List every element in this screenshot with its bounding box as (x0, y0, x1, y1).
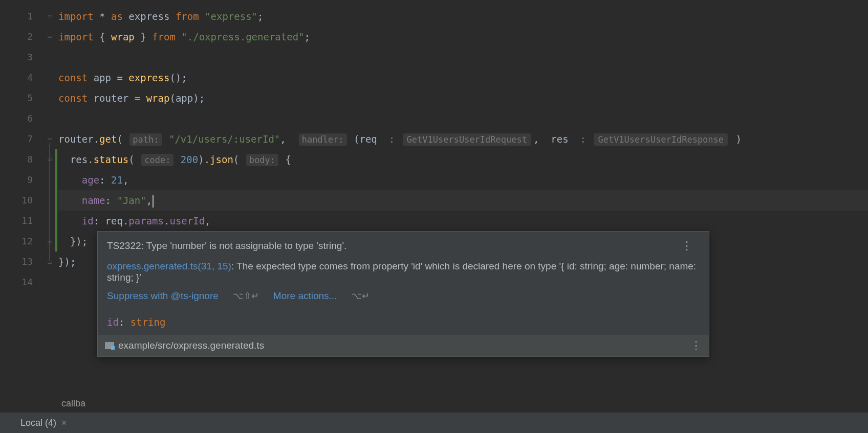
line-number: 7 (0, 129, 33, 149)
breadcrumb[interactable]: callba (0, 394, 85, 413)
inlay-type: GetV1UsersUserIdRequest (403, 133, 531, 146)
bottom-tab-bar: Local (4) × (0, 413, 868, 433)
code-editor[interactable]: 1 2 3 4 5 6 7 8 9 10 11 12 13 14 ▭ ▭ ▭ ▭… (0, 0, 868, 433)
line-number: 14 (0, 272, 33, 292)
file-path: example/src/oxpress.generated.ts (118, 340, 264, 351)
shortcut-hint: ⌥↵ (351, 290, 370, 302)
line-number: 9 (0, 170, 33, 190)
suppress-action[interactable]: Suppress with @ts-ignore (107, 290, 219, 302)
error-source: oxpress.generated.ts(31, 15): The expect… (107, 261, 700, 283)
line-number: 10 (0, 190, 33, 211)
code-content[interactable]: import * as express from "express"; impo… (45, 0, 868, 433)
line-number: 4 (0, 67, 33, 88)
line-number: 8 (0, 149, 33, 170)
line-gutter: 1 2 3 4 5 6 7 8 9 10 11 12 13 14 (0, 0, 45, 433)
more-icon[interactable]: ⋮ (681, 240, 692, 252)
more-actions[interactable]: More actions... (273, 290, 337, 302)
code-line[interactable]: res.status( code: 200).json( body: { (58, 149, 868, 170)
code-line[interactable]: import * as express from "express"; (58, 6, 868, 27)
close-icon[interactable]: × (61, 418, 67, 428)
type-info: id: string (98, 309, 709, 335)
tool-window-tab[interactable]: Local (4) × (20, 418, 67, 428)
error-message: TS2322: Type 'number' is not assignable … (107, 239, 700, 254)
line-number: 11 (0, 211, 33, 231)
line-number: 2 (0, 27, 33, 47)
more-icon[interactable]: ⋮ (690, 340, 702, 351)
code-line[interactable]: router.get( path: "/v1/users/:userId", h… (58, 129, 868, 149)
line-number: 1 (0, 6, 33, 27)
code-line[interactable] (58, 108, 868, 129)
error-marker[interactable]: id (82, 215, 94, 227)
file-reference[interactable]: example/src/oxpress.generated.ts ⋮ (98, 335, 709, 356)
line-number: 12 (0, 231, 33, 252)
line-number: 13 (0, 252, 33, 272)
code-line[interactable]: age: 21, (58, 170, 868, 190)
code-line[interactable]: id: req.params.userId, (58, 211, 868, 231)
line-number: 3 (0, 47, 33, 67)
inlay-type: GetV1UsersUserIdResponse (594, 133, 728, 146)
code-line[interactable]: const app = express(); (58, 67, 868, 88)
error-tooltip: TS2322: Type 'number' is not assignable … (97, 231, 709, 357)
code-line-current[interactable]: name: "Jan", (58, 190, 868, 211)
code-line[interactable]: import { wrap } from "./oxpress.generate… (58, 27, 868, 47)
code-line[interactable] (58, 47, 868, 67)
text-cursor (153, 195, 154, 208)
inlay-hint: body: (246, 154, 278, 166)
line-number: 6 (0, 108, 33, 129)
inlay-hint: handler: (299, 133, 347, 146)
folder-icon (105, 342, 114, 349)
source-link[interactable]: oxpress.generated.ts(31, 15) (107, 261, 231, 271)
inlay-hint: code: (141, 154, 173, 166)
inlay-hint: path: (129, 133, 162, 146)
shortcut-hint: ⌥⇧↵ (233, 290, 259, 302)
line-number: 5 (0, 88, 33, 108)
code-line[interactable]: const router = wrap(app); (58, 88, 868, 108)
